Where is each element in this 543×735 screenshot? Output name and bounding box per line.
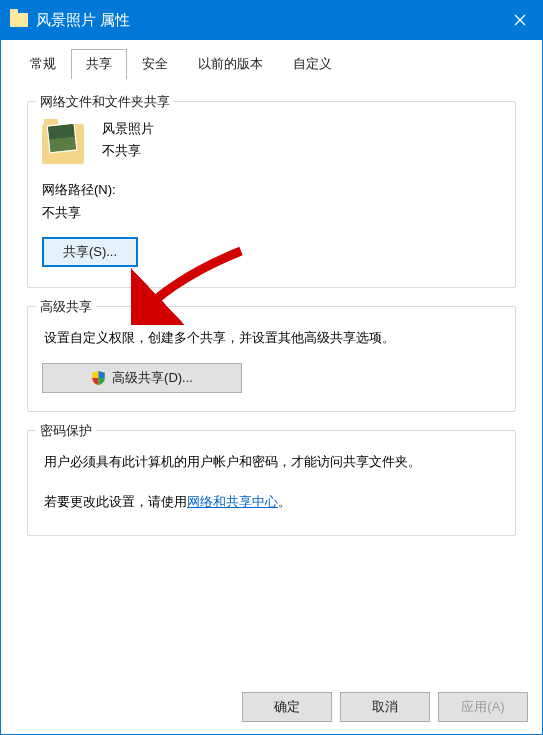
dialog-button-bar: 确定 取消 应用(A) [242, 692, 528, 722]
group-network-legend: 网络文件和文件夹共享 [36, 93, 174, 111]
tab-customize[interactable]: 自定义 [278, 49, 347, 79]
advanced-desc: 设置自定义权限，创建多个共享，并设置其他高级共享选项。 [44, 327, 499, 349]
apply-button-label: 应用(A) [461, 698, 504, 716]
tab-general[interactable]: 常规 [15, 49, 71, 79]
cancel-button-label: 取消 [372, 698, 398, 716]
titlebar: 风景照片 属性 [0, 0, 543, 40]
window-title: 风景照片 属性 [36, 11, 497, 30]
cancel-button[interactable]: 取消 [340, 692, 430, 722]
share-item-row: 风景照片 不共享 [42, 118, 501, 164]
group-advanced-sharing: 高级共享 设置自定义权限，创建多个共享，并设置其他高级共享选项。 高级共享(D)… [27, 306, 516, 412]
group-advanced-legend: 高级共享 [36, 298, 96, 316]
client-area: 常规 共享 安全 以前的版本 自定义 网络文件和文件夹共享 风景照片 不共享 网… [0, 40, 543, 735]
network-sharing-center-link[interactable]: 网络和共享中心 [187, 494, 278, 509]
password-line1: 用户必须具有此计算机的用户帐户和密码，才能访问共享文件夹。 [44, 451, 499, 473]
ok-button-label: 确定 [274, 698, 300, 716]
group-password-protection: 密码保护 用户必须具有此计算机的用户帐户和密码，才能访问共享文件夹。 若要更改此… [27, 430, 516, 536]
apply-button[interactable]: 应用(A) [438, 692, 528, 722]
tab-security[interactable]: 安全 [127, 49, 183, 79]
folder-thumb-icon [42, 118, 88, 164]
share-item-status: 不共享 [102, 140, 154, 162]
password-line2: 若要更改此设置，请使用网络和共享中心。 [44, 491, 499, 513]
uac-shield-icon [91, 370, 106, 386]
close-button[interactable] [497, 0, 543, 40]
group-network-sharing: 网络文件和文件夹共享 风景照片 不共享 网络路径(N): 不共享 共享(S)..… [27, 101, 516, 288]
password-line2-prefix: 若要更改此设置，请使用 [44, 494, 187, 509]
share-item-name: 风景照片 [102, 118, 154, 140]
network-path-label: 网络路径(N): [42, 178, 501, 201]
password-line2-suffix: 。 [278, 494, 291, 509]
folder-icon [10, 13, 28, 27]
ok-button[interactable]: 确定 [242, 692, 332, 722]
share-button-label: 共享(S)... [63, 243, 117, 261]
group-password-legend: 密码保护 [36, 422, 96, 440]
advanced-share-button[interactable]: 高级共享(D)... [42, 363, 242, 393]
close-icon [514, 14, 526, 26]
tab-sharing[interactable]: 共享 [71, 49, 127, 79]
tab-strip: 常规 共享 安全 以前的版本 自定义 [1, 40, 542, 78]
advanced-share-button-label: 高级共享(D)... [112, 369, 193, 387]
share-button[interactable]: 共享(S)... [42, 237, 138, 267]
sharing-panel: 网络文件和文件夹共享 风景照片 不共享 网络路径(N): 不共享 共享(S)..… [15, 87, 528, 680]
network-path-value: 不共享 [42, 201, 501, 224]
tab-previous-versions[interactable]: 以前的版本 [183, 49, 278, 79]
